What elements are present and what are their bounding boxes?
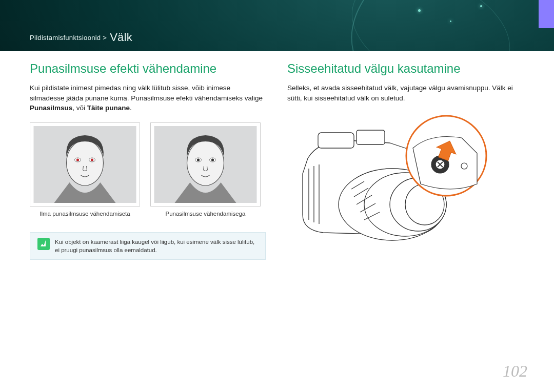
- photo-box-before: Ilma punasilmsuse vähendamiseta: [30, 122, 140, 217]
- svg-point-11: [211, 158, 214, 161]
- right-paragraph: Selleks, et avada sisseehitatud välk, va…: [287, 83, 524, 103]
- note-text: Kui objekt on kaamerast liiga kaugel või…: [55, 238, 258, 254]
- header-dot: [480, 5, 482, 7]
- svg-rect-12: [318, 133, 354, 148]
- breadcrumb-current: Välk: [110, 31, 132, 44]
- portrait-redeye: [33, 126, 136, 203]
- note-icon: [37, 238, 50, 250]
- left-paragraph: Kui pildistate inimest pimedas ning välk…: [30, 83, 267, 113]
- right-heading: Sisseehitatud välgu kasutamine: [287, 61, 524, 76]
- header-dot: [418, 9, 421, 12]
- svg-point-28: [461, 163, 467, 169]
- breadcrumb-prefix: Pildistamisfunktsioonid >: [30, 34, 107, 42]
- left-para-bold2: Täite punane: [87, 104, 130, 112]
- left-para-end: .: [130, 104, 132, 112]
- left-para-mid: , või: [72, 104, 87, 112]
- header-dot: [450, 20, 451, 22]
- page-side-tab: [539, 0, 554, 28]
- content: Punasilmsuse efekti vähendamine Kui pild…: [30, 61, 524, 260]
- breadcrumb: Pildistamisfunktsioonid > Välk: [30, 31, 132, 44]
- svg-point-4: [76, 158, 79, 161]
- svg-rect-13: [357, 130, 385, 145]
- left-column: Punasilmsuse efekti vähendamine Kui pild…: [30, 61, 267, 260]
- portrait-fixed: [154, 126, 257, 203]
- left-para-bold1: Punasilmsus: [30, 104, 72, 112]
- right-column: Sisseehitatud välgu kasutamine Selleks, …: [287, 61, 524, 260]
- photo-frame: [30, 122, 140, 207]
- svg-point-7: [187, 140, 224, 185]
- svg-point-1: [67, 140, 104, 185]
- svg-point-5: [91, 158, 93, 161]
- page-number: 102: [503, 362, 527, 381]
- left-para-text: Kui pildistate inimest pimedas ning välk…: [30, 84, 263, 102]
- caption-after: Punasilmsuse vähendamisega: [150, 211, 261, 217]
- note-box: Kui objekt on kaamerast liiga kaugel või…: [30, 232, 266, 260]
- svg-point-10: [197, 158, 200, 161]
- photo-box-after: Punasilmsuse vähendamisega: [150, 122, 261, 217]
- left-heading: Punasilmsuse efekti vähendamine: [30, 61, 267, 76]
- photo-row: Ilma punasilmsuse vähendamiseta: [30, 122, 267, 217]
- photo-frame: [150, 122, 261, 207]
- camera-illustration: [287, 112, 508, 245]
- caption-before: Ilma punasilmsuse vähendamiseta: [30, 211, 140, 217]
